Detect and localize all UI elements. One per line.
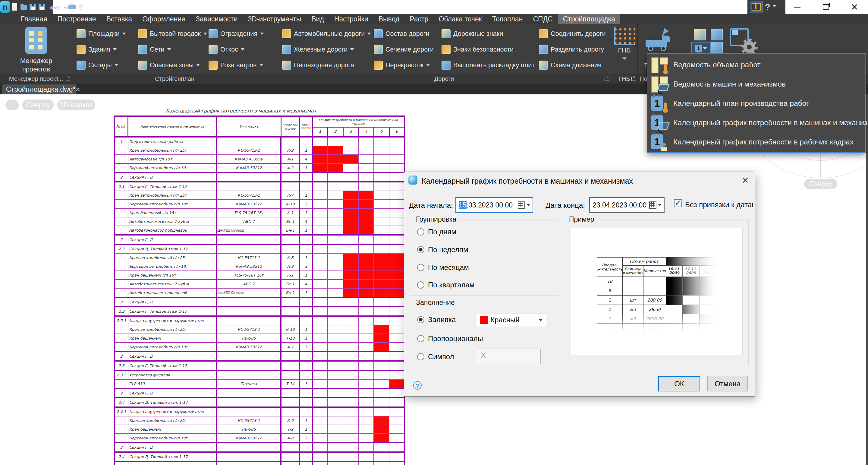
- ribbon-item-Склады[interactable]: Склады: [76, 57, 126, 73]
- restore-button[interactable]: [815, 0, 836, 14]
- menu-item[interactable]: Ведомость машин и механизмов: [647, 75, 865, 94]
- project-manager-button[interactable]: Менеджер проектов: [12, 26, 60, 74]
- schedule-section-row: 2.3.2Устройство фасадов: [115, 370, 405, 379]
- fences-icon: [209, 29, 218, 38]
- save-as-icon[interactable]: [38, 2, 46, 11]
- grouping-option-По месяцам[interactable]: По месяцам: [417, 263, 469, 272]
- ribbon-item-Площадки[interactable]: Площадки: [76, 26, 126, 41]
- ribbon-item-Знаки безопасности[interactable]: Знаки безопасности: [441, 41, 535, 57]
- ribbon-item-Состав дороги[interactable]: Состав дороги: [374, 26, 434, 41]
- dialog-help-icon[interactable]: ?: [413, 381, 422, 389]
- save-icon[interactable]: [29, 2, 37, 11]
- table-schedule-icon[interactable]: [711, 41, 723, 53]
- menu-item[interactable]: 1Календарный график потребности в машина…: [647, 113, 865, 133]
- schedule-machine-row: Автобетоносмеситель 7 куб мАБС-7Бс-14: [115, 280, 405, 288]
- ribbon-item-Перекресток[interactable]: Перекресток: [374, 57, 434, 73]
- menu-item[interactable]: Ведомость объема работ: [647, 55, 865, 75]
- new-file-icon[interactable]: [11, 2, 19, 11]
- dialog-launcher-icon[interactable]: [631, 77, 636, 81]
- fill-option-Символ[interactable]: Символ: [417, 352, 454, 361]
- ribbon-item-Ограждения[interactable]: Ограждения: [209, 26, 264, 41]
- ribbon-item-Опасные зоны[interactable]: Опасные зоны: [138, 57, 207, 73]
- col-header: Бортовой номер: [281, 116, 299, 137]
- start-date-input[interactable]: 15.03.2023 00:00: [456, 197, 533, 213]
- viewport-visual-style-button[interactable]: 2D-каркас: [57, 99, 95, 110]
- ribbon-item-Соединить дороги[interactable]: Соединить дороги: [539, 26, 606, 41]
- menu-item[interactable]: 1Календарный график потребности в рабочи…: [647, 133, 865, 152]
- cancel-button[interactable]: Отмена: [707, 376, 748, 391]
- start-date-picker-icon[interactable]: [518, 201, 532, 209]
- ribbon-item-Дорожные знаки[interactable]: Дорожные знаки: [441, 26, 535, 41]
- schedule-machine-row: Автобетоносмеситель 7 куб мАБС-7Бс-14: [115, 217, 405, 226]
- ribbon-column: Бытовой городокСетиОпасные зоны: [138, 26, 207, 73]
- menu-item[interactable]: 1Календарный план производства работ: [647, 94, 865, 113]
- tab-Главная[interactable]: Главная: [16, 14, 53, 24]
- tab-Вывод[interactable]: Вывод: [373, 14, 405, 24]
- ribbon-item-Бытовой городок[interactable]: Бытовой городок: [138, 26, 207, 41]
- close-document-icon[interactable]: ×: [76, 85, 80, 94]
- end-date-input[interactable]: 23.04.2023 00:00: [589, 197, 664, 213]
- tab-Растр[interactable]: Растр: [404, 14, 433, 24]
- tab-Зависимости[interactable]: Зависимости: [190, 14, 243, 24]
- close-button[interactable]: ×: [844, 0, 865, 14]
- tab-СПДС[interactable]: СПДС: [528, 14, 558, 24]
- ribbon-item-Сети[interactable]: Сети: [138, 41, 207, 57]
- print-icon[interactable]: [68, 2, 76, 11]
- redo-dropdown-icon[interactable]: [64, 7, 67, 11]
- redo-icon[interactable]: [57, 5, 64, 10]
- whats-new-icon[interactable]: [750, 1, 763, 13]
- tab-Построение[interactable]: Построение: [53, 14, 101, 24]
- symbol-input[interactable]: X: [477, 349, 541, 364]
- tab-Вставка[interactable]: Вставка: [101, 14, 137, 24]
- viewport-view-button[interactable]: Сверху: [22, 99, 54, 110]
- dialog-launcher-icon[interactable]: [604, 77, 609, 81]
- undo-icon[interactable]: [46, 5, 53, 10]
- ribbon-item-Роза ветров[interactable]: Роза ветров: [209, 57, 264, 73]
- machines-truck-button[interactable]: [644, 28, 673, 54]
- ribbon-item-Железные дороги[interactable]: Железные дороги: [282, 41, 371, 57]
- minimize-button[interactable]: [786, 0, 808, 14]
- document-tab[interactable]: Стройплощадка.dwg* ×: [2, 84, 76, 94]
- end-date-picker-icon[interactable]: [649, 201, 664, 209]
- undo-dropdown-icon[interactable]: [53, 7, 57, 11]
- grouping-option-По неделям[interactable]: По неделям: [417, 245, 468, 254]
- dialog-launcher-icon[interactable]: [66, 77, 70, 81]
- help-dropdown-icon[interactable]: [773, 5, 776, 9]
- open-folder-icon[interactable]: [20, 2, 28, 11]
- customize-toolbar-icon[interactable]: [77, 2, 85, 11]
- gnb-button[interactable]: ГНБ: [611, 27, 638, 63]
- tab-Вид[interactable]: Вид: [306, 14, 329, 24]
- tab-Топоплан[interactable]: Топоплан: [487, 14, 528, 24]
- ribbon-item-Автомобильные дороги[interactable]: Автомобильные дороги: [282, 26, 371, 41]
- fill-color-select[interactable]: Красный: [477, 314, 546, 326]
- example-groupbox: Пример Продол- жительностьОбъем работЕди…: [563, 220, 749, 365]
- settings-gear-button[interactable]: [730, 28, 758, 56]
- ribbon-item-Выполнить раскладку плит[interactable]: Выполнить раскладку плит: [441, 57, 535, 73]
- ribbon-item-label: Сети: [150, 46, 164, 53]
- no-dates-checkbox[interactable]: ✓: [674, 199, 682, 207]
- ribbon-item-Схема движения[interactable]: Схема движения: [539, 57, 606, 73]
- ok-button[interactable]: ОК: [658, 376, 700, 391]
- ribbon-item-Откос[interactable]: Откос: [209, 41, 264, 57]
- ribbon-item-Здания[interactable]: Здания: [76, 41, 126, 57]
- tab-3D-инструменты[interactable]: 3D-инструменты: [243, 14, 306, 24]
- compass-view-label[interactable]: Сверху: [804, 179, 837, 189]
- help-icon[interactable]: ?: [765, 2, 770, 12]
- grouping-option-По дням[interactable]: По дням: [417, 228, 456, 236]
- ribbon-item-Разделить дорогу[interactable]: Разделить дорогу: [539, 41, 606, 57]
- tab-Облака точек[interactable]: Облака точек: [433, 14, 487, 24]
- tab-Стройплощадка[interactable]: Стройплощадка: [558, 14, 620, 24]
- ribbon-item-Пешеходная дорога[interactable]: Пешеходная дорога: [282, 57, 371, 73]
- viewport-add-button[interactable]: +: [5, 99, 19, 110]
- fill-option-Пропорционально[interactable]: Пропорционально: [417, 335, 484, 343]
- machines-table-icon[interactable]: [711, 29, 723, 40]
- schedule-section-row: 2.4.2Устройство фасадов: [115, 461, 405, 465]
- tab-Оформление[interactable]: Оформление: [137, 14, 190, 24]
- fill-option-Заливка[interactable]: Заливка: [417, 315, 456, 324]
- worklist-icon[interactable]: [694, 29, 706, 40]
- tab-Настройки[interactable]: Настройки: [329, 14, 373, 24]
- grouping-option-По кварталам[interactable]: По кварталам: [417, 281, 474, 289]
- dialog-close-icon[interactable]: ×: [739, 174, 751, 186]
- ribbon-item-Сечение дороги[interactable]: Сечение дороги: [374, 41, 434, 57]
- example-preview: Продол- жительностьОбъем работЕдиница из…: [571, 228, 743, 355]
